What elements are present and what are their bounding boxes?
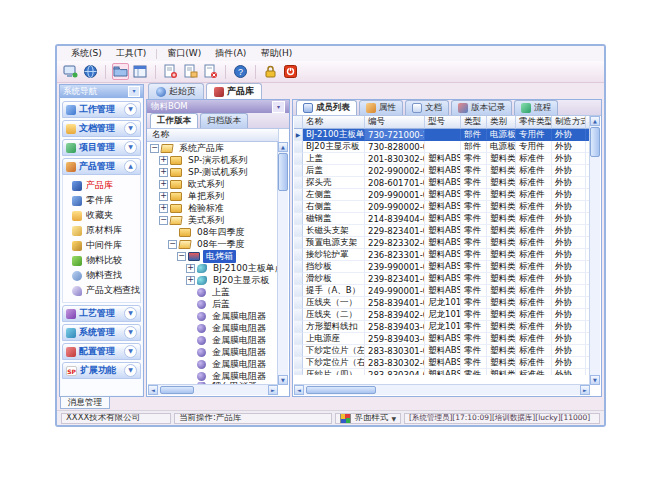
tree-node[interactable]: +欧式系列 [148,178,278,190]
sidebar-item[interactable]: 原材料库 [63,223,140,238]
sidebar-item[interactable]: 产品库 [63,178,140,193]
tree-expand-icon[interactable]: + [186,264,195,273]
tree-hscroll-thumb[interactable] [160,386,194,394]
chevron-down-icon[interactable]: ▼ [124,345,137,358]
table-row[interactable]: 预置电源支架229-823302-00X塑料ABS零件塑料类标准件外协条 [294,237,590,249]
sidebar-group-header[interactable]: 文档管理▼ [62,120,141,137]
sidebar-item[interactable]: 收藏夹 [63,208,140,223]
members-tab[interactable]: 流程 [514,100,558,115]
table-row[interactable]: BJ20主显示板730-828000-04X部件电源板专用件外协颗 [294,141,590,153]
sidebar-group-header[interactable]: 工艺管理▼ [62,305,141,322]
tree-collapse-icon[interactable]: − [177,252,186,261]
chevron-up-icon[interactable]: ▲ [124,160,137,173]
tree-node[interactable]: +SP-演示机系列 [148,154,278,166]
tree-horizontal-scrollbar[interactable]: ◄ ► [148,384,278,395]
chevron-down-icon[interactable]: ▼ [124,307,137,320]
grid-horizontal-scrollbar[interactable]: ◄ ► [294,384,590,395]
grid-vertical-scrollbar[interactable]: ▲ ▼ [589,116,600,385]
scroll-right-icon[interactable]: ► [580,385,590,395]
grid-scroll-thumb[interactable] [590,127,600,157]
members-tab[interactable]: 属性 [359,100,403,115]
table-row[interactable]: 后盖202-990002-01X塑料ABS零件塑料类标准件外协条 [294,165,590,177]
grid-column-header[interactable]: 名称 [303,116,365,129]
scroll-right-icon[interactable]: ► [268,385,278,395]
menu-item[interactable]: 工具(T) [110,46,153,61]
tree-node[interactable]: −08年一季度 [148,238,278,250]
scroll-down-icon[interactable]: ▼ [278,375,288,385]
table-row[interactable]: 长磁头支架229-823401-00X塑料ABS零件塑料类标准件外协条 [294,225,590,237]
message-management-tab[interactable]: 消息管理 [60,396,110,409]
help-icon[interactable]: ? [232,63,249,80]
sidebar-item[interactable]: 物料比较 [63,253,140,268]
tree-expand-icon[interactable]: + [159,180,168,189]
tree-node[interactable]: 上盖 [148,286,278,298]
lock-icon[interactable] [262,63,279,80]
tree-column-header[interactable]: 名称 [147,129,279,142]
menu-item[interactable]: 系统(S) [65,46,108,61]
globe-icon[interactable] [82,63,99,80]
chevron-down-icon[interactable]: ▼ [124,364,137,377]
tree-node[interactable]: −电烤箱 [148,250,278,262]
sidebar-group-header[interactable]: 产品管理▲ [62,158,141,175]
scroll-left-icon[interactable]: ◄ [294,385,304,395]
version-tab[interactable]: 归档版本 [200,113,248,128]
tree-expand-icon[interactable]: + [159,156,168,165]
sidebar-group-header[interactable]: 工作管理▼ [62,101,141,118]
document-tab[interactable]: 起始页 [148,83,204,99]
tree-expand-icon[interactable]: + [159,192,168,201]
tree-node[interactable]: 金属膜电阻器 [148,346,278,358]
tree-node[interactable]: +检验标准 [148,202,278,214]
grid-column-header[interactable]: 类别 [487,116,516,129]
tree-node[interactable]: 金属膜电阻器 [148,358,278,370]
table-row[interactable]: 接纱轮护罩236-823301-00X塑料ABS零件塑料类标准件外协条 [294,249,590,261]
folder-icon[interactable] [112,63,129,80]
table-row[interactable]: 压纱片（四）283-830304-00X塑料ABS零件塑料类标准件外协条 [294,369,590,375]
doc-new-icon[interactable] [162,63,179,80]
table-row[interactable]: 下纱定位片（左）283-830301-00X塑料ABS零件塑料类标准件外协条 [294,345,590,357]
table-row[interactable]: 探头壳208-601701-01X塑料ABS零件塑料类标准件外协条 [294,177,590,189]
table-row[interactable]: 提手（A、B）249-990001-01X塑料ABS零件塑料类标准件外协条 [294,285,590,297]
table-row[interactable]: 挡纱板239-990001-01X塑料ABS零件塑料类标准件外协条 [294,261,590,273]
tree-node[interactable]: −美式系列 [148,214,278,226]
sidebar-group-header[interactable]: 系统管理▼ [62,324,141,341]
tree-node[interactable]: +SP-测试机系列 [148,166,278,178]
grid-column-header[interactable]: 编号 [365,116,425,129]
chevron-down-icon[interactable]: ▼ [124,141,137,154]
table-row[interactable]: 右侧盖209-990002-01X塑料ABS零件塑料类标准件外协条 [294,201,590,213]
tree-node[interactable]: 金属膜电阻器 [148,322,278,334]
tree-node[interactable]: 金属膜电阻器 [148,370,278,382]
tree-vertical-scrollbar[interactable]: ▲ ▼ [277,142,288,385]
scroll-left-icon[interactable]: ◄ [148,385,158,395]
monitor-icon[interactable] [62,63,79,80]
tree-expand-icon[interactable]: + [186,276,195,285]
sidebar-item[interactable]: 物料查找 [63,268,140,283]
table-row[interactable]: 方形塑料线扣258-839403-00X尼龙1010零件塑料类标准件外协条 [294,321,590,333]
sidebar-group-header[interactable]: SP扩展功能▼ [62,362,141,379]
sidebar-item[interactable]: 中间件库 [63,238,140,253]
document-tab[interactable]: 产品库 [206,83,262,99]
tree-collapse-icon[interactable]: − [168,240,177,249]
table-row[interactable]: 下纱定位片（右）283-830302-00X塑料ABS零件塑料类标准件外协条 [294,357,590,369]
table-row[interactable]: 上盖201-830302-00X塑料ABS零件塑料类标准件外协条 [294,153,590,165]
menu-item[interactable]: 帮助(H) [254,46,298,61]
table-row[interactable]: 上电源座259-839403-00X塑料ABS零件塑料类标准件外协条 [294,333,590,345]
tree-scroll-thumb[interactable] [278,153,288,191]
scroll-down-icon[interactable]: ▼ [590,375,600,385]
tree-expand-icon[interactable]: + [159,204,168,213]
chevron-down-icon[interactable]: ▼ [124,326,137,339]
window-layout-icon[interactable] [132,63,149,80]
tree-node[interactable]: 后盖 [148,298,278,310]
tree-node[interactable]: 08年四季度 [148,226,278,238]
grid-hscroll-thumb[interactable] [306,386,376,394]
sidebar-item[interactable]: 零件库 [63,193,140,208]
tree-node[interactable]: 金属膜电阻器 [148,334,278,346]
table-row[interactable]: 滑纱板239-823401-00X塑料ABS零件塑料类标准件外协条 [294,273,590,285]
scroll-up-icon[interactable]: ▲ [278,142,288,152]
panel-pin-button[interactable]: ▾ [272,101,285,113]
tree-node[interactable]: +BJ20主显示板 [148,274,278,286]
sidebar-item[interactable]: 产品文档查找 [63,283,140,298]
table-row[interactable]: 左侧盖209-990001-01X塑料ABS零件塑料类标准件外协条 [294,189,590,201]
menu-item[interactable]: 插件(A) [209,46,252,61]
table-row[interactable]: 磁钢盖214-839404-01X塑料ABS零件塑料类标准件外协条 [294,213,590,225]
members-tab[interactable]: 成员列表 [296,100,357,115]
